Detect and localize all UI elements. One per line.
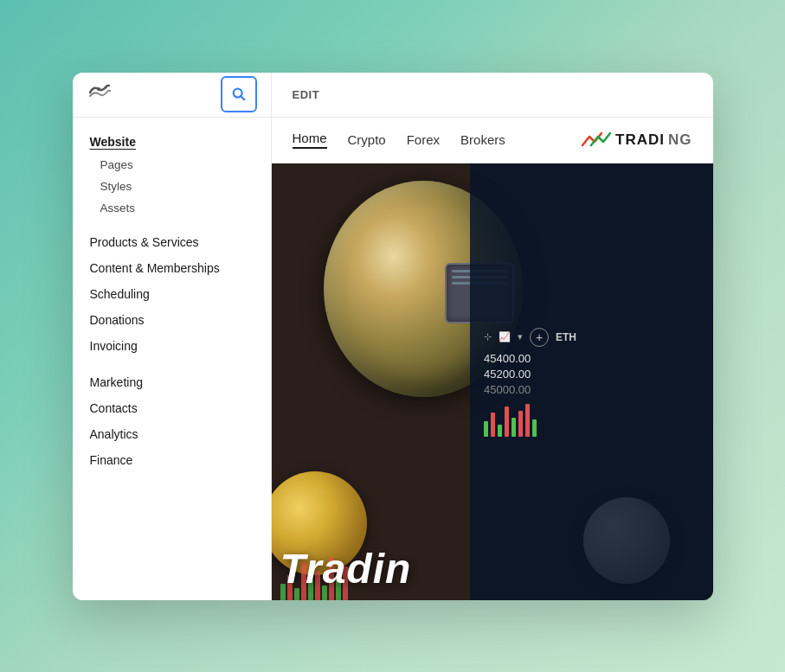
app-window: Website Pages Styles Assets Products & S… xyxy=(73,73,713,600)
dropdown-icon: ▾ xyxy=(518,331,523,342)
preview-navbar: Home Crypto Forex Brokers TRADI NG xyxy=(272,118,713,163)
candle-bar xyxy=(491,413,495,437)
sidebar-item-content[interactable]: Content & Memberships xyxy=(73,255,271,281)
svg-point-0 xyxy=(97,87,100,91)
nav-divider-1 xyxy=(73,219,271,229)
sidebar-section-website[interactable]: Website xyxy=(73,131,271,154)
preview-logo-text: TRADI xyxy=(615,131,665,149)
price-2: 45200.00 xyxy=(484,368,699,381)
preview-nav-links: Home Crypto Forex Brokers xyxy=(293,131,505,149)
preview-area: Home Crypto Forex Brokers TRADI NG xyxy=(272,118,713,600)
sidebar-item-donations[interactable]: Donations xyxy=(73,307,271,333)
price-1: 45400.00 xyxy=(484,352,699,365)
sidebar-item-finance[interactable]: Finance xyxy=(73,447,271,473)
hero-trading-text: Tradin xyxy=(280,545,713,592)
svg-line-3 xyxy=(241,96,244,99)
chart-header-row: ⊹ 📈 ▾ + ETH xyxy=(484,328,699,347)
candle-bar xyxy=(505,406,509,437)
logo-icon[interactable] xyxy=(87,80,111,108)
candle-bar xyxy=(484,421,488,437)
preview-site-logo: TRADI NG xyxy=(581,130,692,150)
trading-logo-icon xyxy=(581,130,612,150)
svg-point-1 xyxy=(104,86,106,89)
candle-bar xyxy=(498,425,502,437)
candle-bar xyxy=(518,411,523,437)
price-3: 45000.00 xyxy=(484,383,699,396)
candlestick-chart xyxy=(484,402,699,437)
sidebar-item-contacts[interactable]: Contacts xyxy=(73,395,271,421)
eth-label: ETH xyxy=(556,331,576,343)
preview-nav-home[interactable]: Home xyxy=(293,131,327,149)
chart-icon: 📈 xyxy=(499,331,511,342)
sidebar-item-invoicing[interactable]: Invoicing xyxy=(73,333,271,359)
candle-bar xyxy=(532,419,537,437)
sidebar-item-scheduling[interactable]: Scheduling xyxy=(73,281,271,307)
preview-nav-brokers[interactable]: Brokers xyxy=(460,132,505,147)
nav-divider-2 xyxy=(73,359,271,369)
search-button[interactable] xyxy=(221,76,257,112)
sidebar-item-products[interactable]: Products & Services xyxy=(73,229,271,255)
chart-overlay: ⊹ 📈 ▾ + ETH 45400.00 45200.00 45000.00 xyxy=(470,163,713,600)
chart-add-button[interactable]: + xyxy=(530,328,549,347)
preview-nav-crypto[interactable]: Crypto xyxy=(348,132,386,147)
sidebar-item-analytics[interactable]: Analytics xyxy=(73,421,271,447)
sidebar: Website Pages Styles Assets Products & S… xyxy=(73,73,272,600)
candle-bar xyxy=(512,418,516,437)
content-area: EDIT Home Crypto Forex Brokers xyxy=(272,73,713,600)
sidebar-item-marketing[interactable]: Marketing xyxy=(73,369,271,395)
sidebar-nav: Website Pages Styles Assets Products & S… xyxy=(73,118,271,600)
edit-button[interactable]: EDIT xyxy=(293,88,320,101)
content-header: EDIT xyxy=(272,73,713,118)
sidebar-item-pages[interactable]: Pages xyxy=(73,154,271,176)
hero-section: ⊹ 📈 ▾ + ETH 45400.00 45200.00 45000.00 xyxy=(272,163,713,600)
sidebar-item-assets[interactable]: Assets xyxy=(73,197,271,219)
preview-nav-forex[interactable]: Forex xyxy=(407,132,440,147)
cursor-icon: ⊹ xyxy=(484,331,492,342)
sidebar-header xyxy=(73,73,271,118)
candle-bar xyxy=(525,404,530,437)
hero-text-overlay: Tradin xyxy=(280,545,713,592)
preview-logo-text-suffix: NG xyxy=(668,131,692,149)
sidebar-item-styles[interactable]: Styles xyxy=(73,176,271,197)
